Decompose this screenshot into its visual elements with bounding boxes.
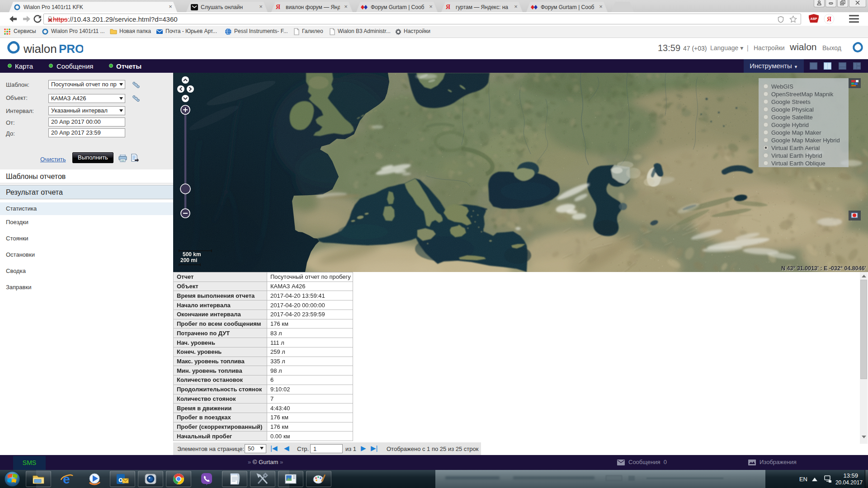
svg-text:500 km: 500 km xyxy=(183,251,201,258)
svg-text:OpenStreetMap Mapnik: OpenStreetMap Mapnik xyxy=(771,91,834,98)
svg-text:Virtual Earth Oblique: Virtual Earth Oblique xyxy=(771,160,826,167)
svg-text:Google Streets: Google Streets xyxy=(771,99,811,105)
svg-text:ABP: ABP xyxy=(811,17,817,20)
svg-text:Virtual Earth Hybrid: Virtual Earth Hybrid xyxy=(771,152,822,159)
svg-text:Google Map Maker Hybrid: Google Map Maker Hybrid xyxy=(771,137,840,144)
svg-text:Google Physical: Google Physical xyxy=(771,106,814,113)
svg-text:e: e xyxy=(63,472,70,486)
svg-text:wialon: wialon xyxy=(23,42,57,56)
svg-text:N 43° 31.0013' : E -032° 04.80: N 43° 31.0013' : E -032° 04.8046' xyxy=(781,265,866,272)
svg-text:Google Hybrid: Google Hybrid xyxy=(771,122,809,128)
svg-text:WebGIS: WebGIS xyxy=(771,83,793,90)
svg-text:200 mi: 200 mi xyxy=(180,257,197,263)
svg-text:Google Satellite: Google Satellite xyxy=(771,114,813,121)
svg-text:PRO: PRO xyxy=(59,42,83,56)
svg-text:Google Map Maker: Google Map Maker xyxy=(771,129,821,136)
svg-text:Virtual Earth Aerial: Virtual Earth Aerial xyxy=(771,145,820,151)
svg-text:Я: Я xyxy=(827,16,831,23)
